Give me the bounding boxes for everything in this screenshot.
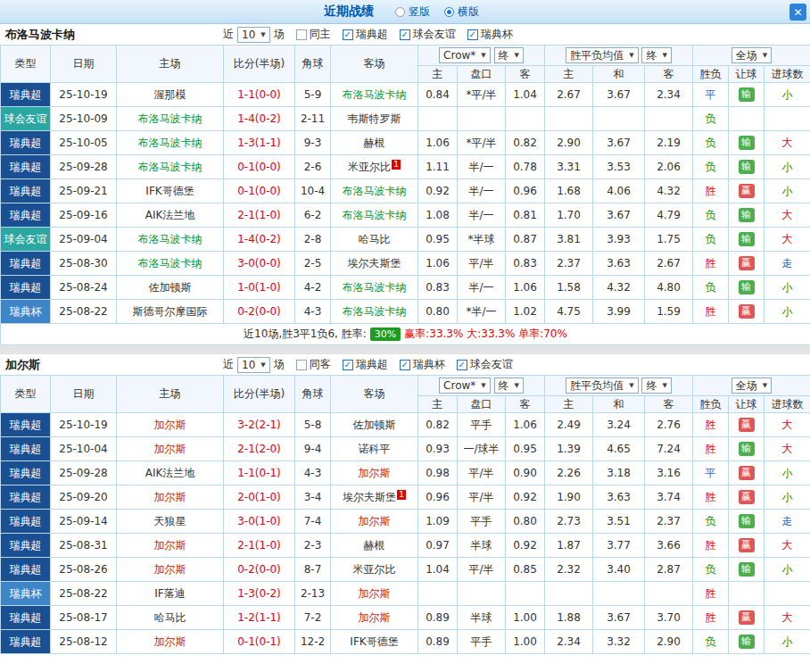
result-handicap: 输 <box>729 203 765 228</box>
col-header-result-winlose: 胜负 <box>693 396 729 413</box>
col-header-avg-away: 客 <box>645 396 693 413</box>
filter-suffix: 场 <box>274 27 285 42</box>
match-score: 3-0(1-0) <box>224 510 295 534</box>
filter-league-checkbox[interactable]: ✓球会友谊 <box>400 27 456 42</box>
avg-home: 2.49 <box>545 413 593 437</box>
radio-unselected-icon <box>395 7 405 17</box>
match-date: 25-09-04 <box>51 228 117 252</box>
filter-league-checkbox[interactable]: ✓瑞典超 <box>343 27 388 42</box>
avg-type-select[interactable]: 胜平负均值▼ <box>566 47 638 63</box>
avg-away: 4.32 <box>645 179 693 203</box>
col-header-avg-draw: 和 <box>593 66 645 83</box>
filter-league-checkbox[interactable]: ✓瑞典杯 <box>467 27 513 42</box>
avg-final-select[interactable]: 终▼ <box>641 47 671 63</box>
checkbox-label: 瑞典杯 <box>481 27 513 42</box>
filter-league-checkbox[interactable]: ✓球会友谊 <box>457 357 513 372</box>
league-type-label: 瑞典超 <box>10 281 42 294</box>
away-team: 布洛马波卡纳 <box>331 203 418 228</box>
close-button[interactable]: ✕ <box>789 4 806 21</box>
scope-select[interactable]: 全场▼ <box>731 47 772 63</box>
handicap-result-badge: 赢 <box>739 490 755 504</box>
odds-home: 0.92 <box>418 179 458 203</box>
result-goals: 走 <box>765 510 810 534</box>
result-handicap: 赢 <box>729 606 765 630</box>
odds-away: 1.02 <box>506 300 545 324</box>
odds-final-select-value: 终 <box>499 48 509 63</box>
result-goals: 走 <box>765 252 810 276</box>
avg-final-select[interactable]: 终▼ <box>641 377 671 394</box>
match-date: 25-08-24 <box>51 276 117 300</box>
result-goals: 小 <box>765 300 810 324</box>
filter-league-checkbox[interactable]: ✓瑞典超 <box>343 357 388 372</box>
avg-home: 1.90 <box>545 485 593 510</box>
col-header-type: 类型 <box>1 376 51 413</box>
avg-away: 2.37 <box>645 510 693 534</box>
avg-home: 2.34 <box>545 630 593 654</box>
handicap-result-badge: 输 <box>739 208 755 222</box>
away-team: 埃尔夫斯堡 <box>331 252 418 276</box>
avg-draw: 3.67 <box>593 131 645 155</box>
layout-horizontal-radio[interactable]: 横版 <box>444 4 479 20</box>
win-rate-badge: 30% <box>370 328 401 341</box>
panel-title: 近期战绩 <box>324 4 374 20</box>
result-winlose: 负 <box>693 155 729 179</box>
result-handicap: 输 <box>729 228 765 252</box>
match-score: 3-0(0-0) <box>224 252 295 276</box>
odds-company-select[interactable]: Crow*▼ <box>439 47 491 63</box>
result-handicap: 赢 <box>729 179 765 203</box>
match-date: 25-10-04 <box>51 437 117 461</box>
avg-away: 2.34 <box>645 83 693 107</box>
odds-company-select[interactable]: Crow*▼ <box>439 377 491 394</box>
chevron-down-icon: ▼ <box>481 382 485 389</box>
result-goals: 小 <box>765 485 810 510</box>
avg-home: 4.75 <box>545 300 593 324</box>
result-handicap: 赢 <box>729 413 765 437</box>
match-score: 0-1(0-1) <box>224 630 295 654</box>
result-handicap: 赢 <box>729 485 765 510</box>
filter-same-venue-checkbox[interactable]: 同客 <box>296 357 331 372</box>
league-type-label: 瑞典超 <box>10 539 42 552</box>
away-team-name: 加尔斯 <box>359 587 391 600</box>
match-row: 瑞典杯25-08-22IF落迪1-3(0-2)2-13加尔斯胜 <box>1 582 810 606</box>
handicap-result-badge: 输 <box>739 635 755 649</box>
handicap-result-badge: 赢 <box>739 256 755 270</box>
scope-select[interactable]: 全场▼ <box>731 377 772 394</box>
league-type-cell: 瑞典超 <box>1 510 51 534</box>
home-team-name: AIK法兰地 <box>145 467 195 479</box>
odds-final-select[interactable]: 终▼ <box>494 47 524 63</box>
league-type-cell: 瑞典超 <box>1 83 51 107</box>
home-team-name: 加尔斯 <box>154 539 186 552</box>
checkbox-checked-icon: ✓ <box>457 360 467 370</box>
league-type-cell: 瑞典超 <box>1 630 51 654</box>
odds-group-header: Crow*▼ 终▼ <box>418 376 545 396</box>
corner-score: 4-3 <box>295 461 331 485</box>
summary-row: 近10场,胜3平1负6, 胜率:30%赢率:33.3% 大:33.3% 单率:7… <box>1 324 810 345</box>
odds-home: 0.89 <box>418 606 458 630</box>
result-winlose: 负 <box>693 510 729 534</box>
avg-away: 1.75 <box>645 228 693 252</box>
away-team-name: IFK哥德堡 <box>350 635 398 648</box>
layout-vertical-radio[interactable]: 竖版 <box>395 4 430 20</box>
odds-company-select-value: Crow* <box>443 379 475 392</box>
odds-away: 0.96 <box>506 179 545 203</box>
avg-home <box>545 582 593 606</box>
match-count-select[interactable]: 10▼ <box>237 27 270 43</box>
match-date: 25-08-30 <box>51 252 117 276</box>
league-type-cell: 瑞典超 <box>1 179 51 203</box>
col-header-date: 日期 <box>51 46 117 83</box>
avg-draw: 3.51 <box>593 510 645 534</box>
match-row: 球会友谊25-09-04布洛马波卡纳1-4(0-2)2-8哈马比0.95*半球0… <box>1 228 810 252</box>
match-count-select-value: 10 <box>242 359 255 371</box>
avg-away: 2.76 <box>645 413 693 437</box>
match-count-select[interactable]: 10▼ <box>237 357 270 373</box>
odds-away: 1.06 <box>506 413 545 437</box>
col-header-odds-home: 主 <box>418 66 458 83</box>
avg-type-select[interactable]: 胜平负均值▼ <box>566 377 638 394</box>
avg-home: 1.87 <box>545 534 593 558</box>
match-score: 1-4(0-2) <box>224 107 295 131</box>
col-header-date: 日期 <box>51 376 117 413</box>
filter-same-venue-checkbox[interactable]: 同主 <box>296 27 331 42</box>
corner-score: 7-4 <box>295 510 331 534</box>
filter-league-checkbox[interactable]: ✓瑞典杯 <box>400 357 445 372</box>
odds-final-select[interactable]: 终▼ <box>494 377 524 394</box>
